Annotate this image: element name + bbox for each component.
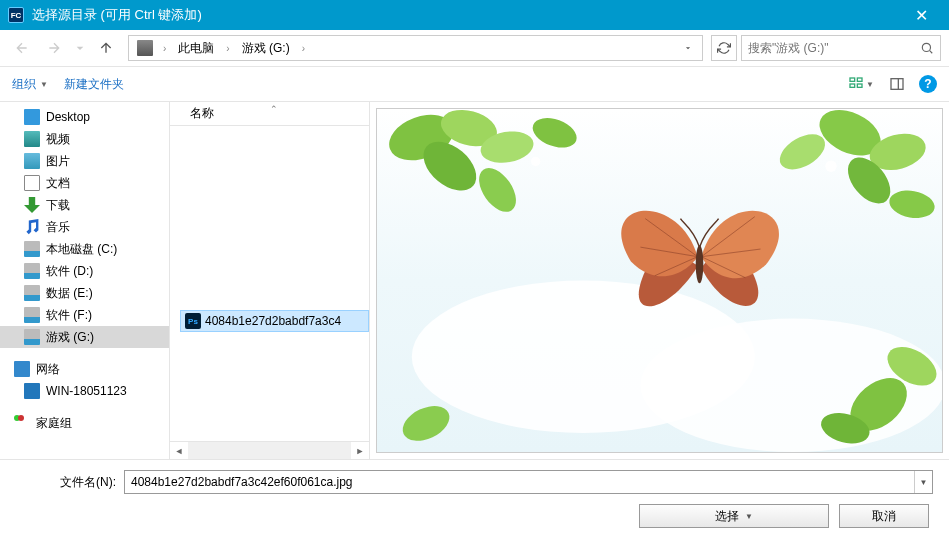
column-header-name[interactable]: ⌃ 名称 bbox=[170, 102, 369, 126]
sidebar-item-1[interactable]: 视频 bbox=[0, 128, 169, 150]
disk-icon bbox=[24, 329, 40, 345]
preview-image bbox=[376, 108, 943, 453]
new-folder-button[interactable]: 新建文件夹 bbox=[64, 76, 124, 93]
disk-icon bbox=[24, 241, 40, 257]
down-icon bbox=[24, 197, 40, 213]
sidebar-item-label: 图片 bbox=[46, 153, 70, 170]
sidebar-item-label: 家庭组 bbox=[36, 415, 72, 432]
search-input[interactable] bbox=[748, 41, 920, 55]
pc-icon bbox=[137, 40, 153, 56]
sidebar-item-label: WIN-18051123 bbox=[46, 384, 127, 398]
button-row: 选择 ▼ 取消 bbox=[16, 504, 933, 528]
breadcrumb-item-drive[interactable]: 游戏 (G:) bbox=[236, 38, 296, 59]
sidebar-item-4[interactable]: 下载 bbox=[0, 194, 169, 216]
video-icon bbox=[24, 131, 40, 147]
filename-label: 文件名(N): bbox=[16, 474, 116, 491]
sidebar-item-label: Desktop bbox=[46, 110, 90, 124]
help-button[interactable]: ? bbox=[919, 75, 937, 93]
svg-rect-1 bbox=[850, 78, 855, 81]
nav-bar: › 此电脑 › 游戏 (G:) › bbox=[0, 30, 949, 66]
svg-point-14 bbox=[529, 112, 581, 153]
main-area: Desktop视频图片文档下载音乐本地磁盘 (C:)软件 (D:)数据 (E:)… bbox=[0, 102, 949, 459]
butterfly-leaves-image bbox=[377, 109, 942, 452]
svg-point-23 bbox=[397, 399, 455, 448]
svg-point-13 bbox=[472, 161, 524, 218]
network-icon bbox=[14, 361, 30, 377]
sidebar-item-8[interactable]: 数据 (E:) bbox=[0, 282, 169, 304]
breadcrumb-item-pc[interactable]: 此电脑 bbox=[172, 38, 220, 59]
sidebar-item-3[interactable]: 文档 bbox=[0, 172, 169, 194]
refresh-button[interactable] bbox=[711, 35, 737, 61]
sidebar-item-9[interactable]: 软件 (F:) bbox=[0, 304, 169, 326]
cancel-button[interactable]: 取消 bbox=[839, 504, 929, 528]
photoshop-icon: Ps bbox=[185, 313, 201, 329]
file-list-body[interactable]: Ps 4084b1e27d2babdf7a3c4 bbox=[170, 126, 369, 441]
sidebar-item-network-child[interactable]: WIN-18051123 bbox=[0, 380, 169, 402]
recent-dropdown[interactable] bbox=[72, 34, 88, 62]
bottom-panel: 文件名(N): ▼ 选择 ▼ 取消 bbox=[0, 459, 949, 538]
sidebar-item-label: 网络 bbox=[36, 361, 60, 378]
homegroup-icon bbox=[14, 415, 30, 431]
forward-button[interactable] bbox=[40, 34, 68, 62]
view-mode-button[interactable]: ▼ bbox=[847, 73, 875, 95]
sidebar-item-label: 视频 bbox=[46, 131, 70, 148]
organize-menu[interactable]: 组织 ▼ bbox=[12, 76, 48, 93]
sidebar-item-homegroup[interactable]: 家庭组 bbox=[0, 412, 169, 434]
sidebar-item-7[interactable]: 软件 (D:) bbox=[0, 260, 169, 282]
sort-caret-icon: ⌃ bbox=[270, 104, 278, 114]
filename-input[interactable] bbox=[125, 475, 914, 489]
sidebar: Desktop视频图片文档下载音乐本地磁盘 (C:)软件 (D:)数据 (E:)… bbox=[0, 102, 170, 459]
chevron-right-icon: › bbox=[222, 43, 233, 54]
back-button[interactable] bbox=[8, 34, 36, 62]
preview-pane-button[interactable] bbox=[883, 73, 911, 95]
svg-point-19 bbox=[887, 187, 937, 221]
sidebar-item-2[interactable]: 图片 bbox=[0, 150, 169, 172]
filename-dropdown[interactable]: ▼ bbox=[914, 471, 932, 493]
file-name-label: 4084b1e27d2babdf7a3c4 bbox=[205, 314, 341, 328]
breadcrumb[interactable]: › 此电脑 › 游戏 (G:) › bbox=[128, 35, 703, 61]
chevron-right-icon: › bbox=[298, 43, 309, 54]
select-button-label: 选择 bbox=[715, 508, 739, 525]
scroll-right-button[interactable]: ► bbox=[351, 442, 369, 459]
sidebar-item-label: 游戏 (G:) bbox=[46, 329, 94, 346]
sidebar-item-label: 软件 (D:) bbox=[46, 263, 93, 280]
file-item-selected[interactable]: Ps 4084b1e27d2babdf7a3c4 bbox=[180, 310, 369, 332]
title-bar: FC 选择源目录 (可用 Ctrl 键添加) ✕ bbox=[0, 0, 949, 30]
sidebar-item-label: 文档 bbox=[46, 175, 70, 192]
search-box[interactable] bbox=[741, 35, 941, 61]
svg-point-26 bbox=[696, 245, 704, 283]
sidebar-item-network[interactable]: 网络 bbox=[0, 358, 169, 380]
preview-pane bbox=[370, 102, 949, 459]
svg-point-25 bbox=[825, 160, 836, 171]
sidebar-item-6[interactable]: 本地磁盘 (C:) bbox=[0, 238, 169, 260]
cancel-button-label: 取消 bbox=[872, 508, 896, 525]
computer-icon bbox=[24, 383, 40, 399]
scroll-left-button[interactable]: ◄ bbox=[170, 442, 188, 459]
svg-point-0 bbox=[922, 43, 930, 51]
file-list: ⌃ 名称 Ps 4084b1e27d2babdf7a3c4 ◄ ► bbox=[170, 102, 370, 459]
sidebar-item-label: 音乐 bbox=[46, 219, 70, 236]
disk-icon bbox=[24, 263, 40, 279]
sidebar-item-10[interactable]: 游戏 (G:) bbox=[0, 326, 169, 348]
music-icon bbox=[24, 219, 40, 235]
sidebar-item-label: 本地磁盘 (C:) bbox=[46, 241, 117, 258]
search-icon bbox=[920, 41, 934, 55]
svg-rect-4 bbox=[857, 84, 862, 87]
sidebar-item-label: 数据 (E:) bbox=[46, 285, 93, 302]
scroll-track[interactable] bbox=[188, 442, 351, 459]
svg-rect-2 bbox=[857, 78, 862, 81]
app-icon: FC bbox=[8, 7, 24, 23]
horizontal-scrollbar[interactable]: ◄ ► bbox=[170, 441, 369, 459]
sidebar-item-label: 下载 bbox=[46, 197, 70, 214]
filename-field-wrap: ▼ bbox=[124, 470, 933, 494]
chevron-down-icon: ▼ bbox=[745, 512, 753, 521]
chevron-right-icon: › bbox=[159, 43, 170, 54]
close-button[interactable]: ✕ bbox=[901, 0, 941, 30]
breadcrumb-dropdown[interactable] bbox=[678, 36, 698, 60]
up-button[interactable] bbox=[92, 34, 120, 62]
sidebar-item-5[interactable]: 音乐 bbox=[0, 216, 169, 238]
filename-row: 文件名(N): ▼ bbox=[16, 470, 933, 494]
sidebar-item-0[interactable]: Desktop bbox=[0, 106, 169, 128]
select-button[interactable]: 选择 ▼ bbox=[639, 504, 829, 528]
desktop-icon bbox=[24, 109, 40, 125]
